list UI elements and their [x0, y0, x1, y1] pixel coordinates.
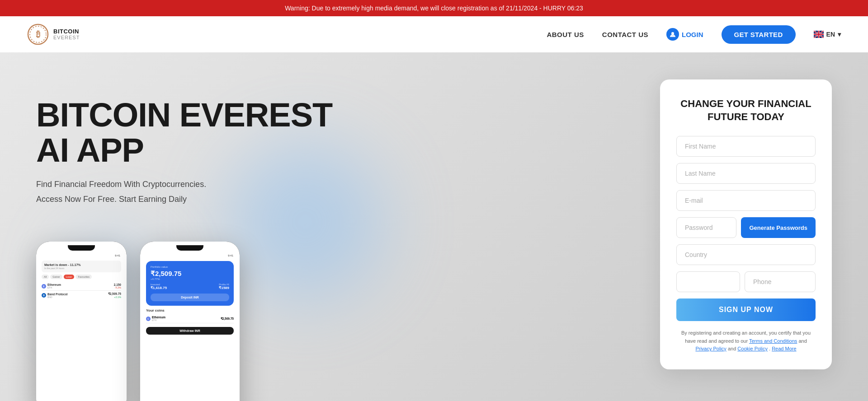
phone-country-row	[676, 271, 816, 292]
navbar: ₿ BITCOIN EVEREST ABOUT US CONTACT US LO…	[0, 16, 868, 52]
phone-input[interactable]	[745, 271, 816, 292]
cookie-link[interactable]: Cookie Policy	[737, 346, 768, 351]
phone-mockup-2: 9:41 Portfolio value ₹2,509.75 +4.77% In…	[140, 242, 240, 401]
terms-text: By registering and creating an account, …	[676, 329, 816, 353]
about-us-link[interactable]: ABOUT US	[547, 31, 584, 38]
hero-section: BITCOIN EVEREST AI APP Find Financial Fr…	[0, 52, 868, 401]
login-icon	[666, 28, 679, 41]
banner-text: Warning: Due to extremely high media dem…	[285, 5, 583, 12]
language-selector[interactable]: EN ▾	[814, 31, 841, 38]
login-label: LOGIN	[682, 31, 703, 38]
chevron-down-icon: ▾	[838, 31, 841, 38]
email-input[interactable]	[676, 190, 816, 211]
password-row: Generate Passwords	[676, 217, 816, 238]
logo[interactable]: ₿ BITCOIN EVEREST	[27, 23, 80, 45]
phone-mockup-1: 9:41 Market is down - 11.17% In the past…	[36, 242, 127, 401]
bitcoin-logo-icon: ₿	[27, 23, 49, 45]
generate-passwords-button[interactable]: Generate Passwords	[741, 217, 816, 238]
country-input[interactable]	[676, 244, 816, 265]
read-more-link[interactable]: Read More	[772, 346, 796, 351]
logo-brand-name: BITCOIN	[53, 28, 80, 35]
signup-button[interactable]: SIGN UP NOW	[676, 298, 816, 321]
first-name-input[interactable]	[676, 136, 816, 157]
flag-icon	[814, 31, 824, 38]
login-link[interactable]: LOGIN	[666, 28, 703, 41]
hero-title-line2: AI APP	[36, 131, 144, 169]
nav-links: ABOUT US CONTACT US LOGIN GET STARTED EN	[547, 25, 841, 44]
registration-form: CHANGE YOUR FINANCIAL FUTURE TODAY Gener…	[660, 79, 832, 369]
hero-left: BITCOIN EVEREST AI APP Find Financial Fr…	[36, 79, 642, 401]
hero-subtitle-line1: Find Financial Freedom With Cryptocurren…	[36, 178, 642, 191]
hero-title: BITCOIN EVEREST AI APP	[36, 98, 642, 168]
password-input[interactable]	[676, 217, 736, 238]
hero-subtitle-line2: Access Now For Free. Start Earning Daily	[36, 193, 642, 205]
country-code-input[interactable]	[676, 271, 740, 292]
language-label: EN	[826, 31, 835, 38]
hero-title-line1: BITCOIN EVEREST	[36, 96, 332, 134]
terms-link[interactable]: Terms and Conditions	[749, 338, 797, 344]
form-title: CHANGE YOUR FINANCIAL FUTURE TODAY	[676, 98, 816, 123]
logo-brand-sub: EVEREST	[53, 35, 80, 41]
top-banner: Warning: Due to extremely high media dem…	[0, 0, 868, 16]
get-started-button[interactable]: GET STARTED	[722, 25, 796, 44]
privacy-link[interactable]: Privacy Policy	[695, 346, 726, 351]
last-name-input[interactable]	[676, 163, 816, 184]
terms-and2: and	[728, 346, 737, 351]
contact-us-link[interactable]: CONTACT US	[602, 31, 648, 38]
svg-text:₿: ₿	[36, 30, 40, 39]
terms-and: and	[798, 338, 807, 344]
